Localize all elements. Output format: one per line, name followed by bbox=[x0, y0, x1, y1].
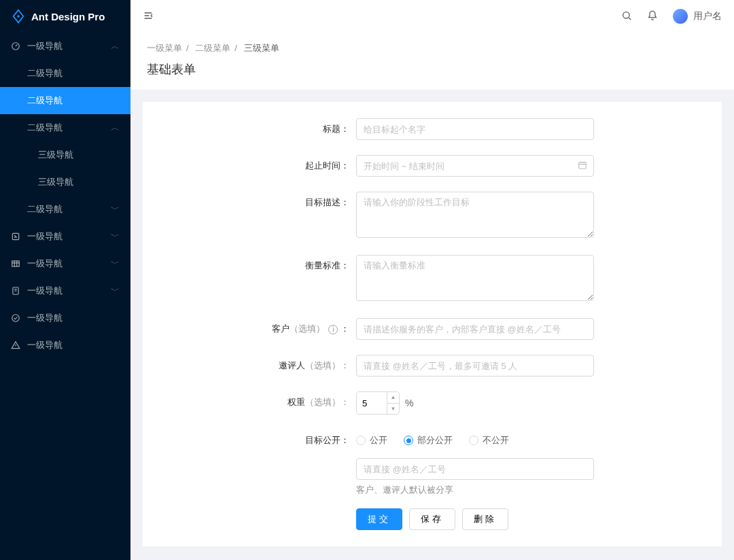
bell-icon[interactable] bbox=[647, 10, 658, 23]
reviewer-input[interactable] bbox=[356, 355, 594, 377]
svg-point-5 bbox=[12, 315, 20, 322]
menu-fold-icon[interactable] bbox=[143, 10, 154, 23]
public-help-text: 客户、邀评人默认被分享 bbox=[356, 484, 594, 496]
title-input[interactable] bbox=[356, 118, 594, 140]
stepper-up[interactable]: ▲ bbox=[387, 392, 399, 404]
share-target-input[interactable] bbox=[356, 458, 594, 480]
chevron-up-icon: ︿ bbox=[111, 40, 120, 52]
nav-item-lvl2-1[interactable]: 二级导航 bbox=[0, 60, 130, 87]
info-icon[interactable]: i bbox=[328, 325, 338, 334]
nav-item-lvl2-4[interactable]: 二级导航 ﹀ bbox=[0, 196, 130, 223]
nav-item-lvl2-2[interactable]: 二级导航 bbox=[0, 87, 130, 114]
nav-label: 二级导航 bbox=[27, 94, 63, 107]
nav-label: 三级导航 bbox=[38, 176, 73, 188]
nav-item-lvl1-6[interactable]: 一级导航 bbox=[0, 332, 130, 359]
nav-item-lvl3-2[interactable]: 三级导航 bbox=[0, 169, 130, 196]
stepper-down[interactable]: ▼ bbox=[387, 404, 399, 415]
weight-input[interactable] bbox=[357, 392, 387, 414]
avatar bbox=[673, 9, 688, 24]
nav-label: 一级导航 bbox=[27, 40, 63, 52]
svg-point-0 bbox=[17, 15, 20, 18]
metric-label: 衡量标准： bbox=[159, 255, 356, 277]
nav-label: 二级导航 bbox=[27, 122, 63, 134]
chevron-down-icon: ﹀ bbox=[111, 285, 120, 297]
breadcrumb-item: 三级菜单 bbox=[244, 43, 279, 53]
save-button[interactable]: 保存 bbox=[409, 508, 455, 530]
svg-rect-3 bbox=[12, 261, 20, 266]
customer-label: 客户（选填） i ： bbox=[159, 318, 356, 340]
desc-label: 目标描述： bbox=[159, 192, 356, 213]
date-label: 起止时间： bbox=[159, 155, 356, 177]
nav-item-lvl1-5[interactable]: 一级导航 bbox=[0, 304, 130, 332]
nav-item-lvl1-1[interactable]: 一级导航 ︿ bbox=[0, 33, 130, 60]
weight-label: 权重（选填）： bbox=[159, 391, 356, 413]
username: 用户名 bbox=[693, 10, 722, 22]
chevron-down-icon: ﹀ bbox=[111, 258, 120, 270]
svg-rect-7 bbox=[579, 162, 587, 169]
nav-label: 一级导航 bbox=[27, 230, 63, 243]
brand-name: Ant Design Pro bbox=[31, 11, 105, 22]
profile-icon bbox=[11, 286, 20, 296]
form-icon bbox=[11, 232, 20, 241]
sidebar: Ant Design Pro 一级导航 ︿ 二级导航 二级导航 二级导航 ︿ 三… bbox=[0, 0, 130, 560]
nav-menu: 一级导航 ︿ 二级导航 二级导航 二级导航 ︿ 三级导航 三级导航 二级导航 ﹀… bbox=[0, 33, 130, 359]
nav-label: 一级导航 bbox=[27, 285, 63, 297]
search-icon[interactable] bbox=[621, 10, 632, 23]
chevron-down-icon: ﹀ bbox=[111, 203, 120, 215]
user-menu[interactable]: 用户名 bbox=[673, 9, 722, 24]
check-circle-icon bbox=[11, 313, 20, 323]
form-card: 标题： 起止时间： 目标描述： 衡量标准： bbox=[143, 102, 722, 546]
desc-textarea[interactable] bbox=[356, 192, 594, 238]
page-header: 一级菜单/ 二级菜单/ 三级菜单 基础表单 bbox=[130, 33, 734, 90]
public-label: 目标公开： bbox=[159, 430, 356, 451]
breadcrumb-item[interactable]: 二级菜单 bbox=[195, 43, 230, 53]
calendar-icon bbox=[578, 160, 587, 172]
chevron-up-icon: ︿ bbox=[111, 122, 120, 134]
svg-point-6 bbox=[623, 12, 629, 18]
warning-icon bbox=[11, 340, 20, 350]
metric-textarea[interactable] bbox=[356, 255, 594, 301]
title-label: 标题： bbox=[159, 118, 356, 140]
radio-private[interactable]: 不公开 bbox=[469, 434, 509, 447]
chevron-down-icon: ﹀ bbox=[111, 230, 120, 243]
reviewer-label: 邀评人（选填）： bbox=[159, 355, 356, 377]
brand-logo[interactable]: Ant Design Pro bbox=[0, 0, 130, 33]
nav-item-lvl1-3[interactable]: 一级导航 ﹀ bbox=[0, 250, 130, 277]
submit-button[interactable]: 提交 bbox=[356, 508, 402, 530]
nav-label: 一级导航 bbox=[27, 258, 63, 270]
table-icon bbox=[11, 259, 20, 268]
weight-suffix: % bbox=[405, 398, 413, 408]
customer-input[interactable] bbox=[356, 318, 594, 340]
nav-label: 二级导航 bbox=[27, 67, 63, 80]
page-title: 基础表单 bbox=[147, 61, 718, 77]
radio-public[interactable]: 公开 bbox=[356, 434, 387, 447]
dashboard-icon bbox=[11, 41, 20, 51]
public-radio-group: 公开 部分公开 不公开 bbox=[356, 430, 594, 451]
nav-item-lvl3-1[interactable]: 三级导航 bbox=[0, 141, 130, 169]
nav-item-lvl1-2[interactable]: 一级导航 ﹀ bbox=[0, 223, 130, 250]
top-header: 用户名 bbox=[130, 0, 734, 33]
weight-stepper[interactable]: ▲ ▼ bbox=[356, 391, 400, 415]
delete-button[interactable]: 删除 bbox=[462, 508, 508, 530]
nav-label: 二级导航 bbox=[27, 203, 63, 215]
breadcrumb-item[interactable]: 一级菜单 bbox=[147, 43, 182, 53]
date-range-input[interactable] bbox=[356, 155, 594, 177]
nav-item-lvl2-3[interactable]: 二级导航 ︿ bbox=[0, 114, 130, 141]
radio-partial[interactable]: 部分公开 bbox=[404, 434, 453, 447]
nav-label: 一级导航 bbox=[27, 312, 63, 324]
nav-label: 三级导航 bbox=[38, 149, 73, 161]
breadcrumb: 一级菜单/ 二级菜单/ 三级菜单 bbox=[147, 42, 718, 54]
nav-label: 一级导航 bbox=[27, 339, 63, 351]
nav-item-lvl1-4[interactable]: 一级导航 ﹀ bbox=[0, 277, 130, 304]
logo-icon bbox=[11, 9, 26, 24]
